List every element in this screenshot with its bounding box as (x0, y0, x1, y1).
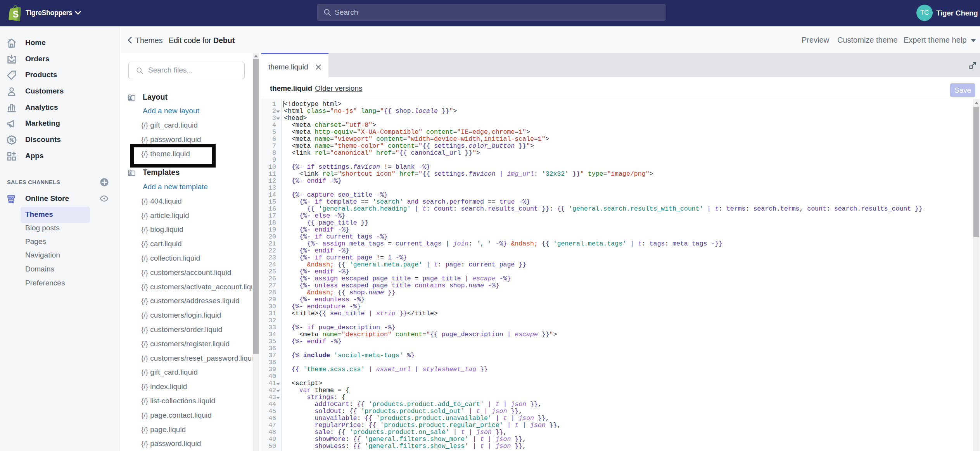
svg-text:S: S (13, 9, 19, 19)
